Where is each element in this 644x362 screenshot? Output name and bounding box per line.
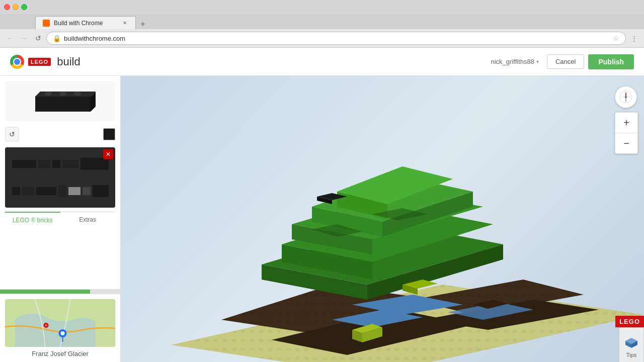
- username: nick_griffiths88: [491, 58, 534, 65]
- tab-favicon: [43, 20, 50, 27]
- location-label: Franz Josef Glacier: [5, 350, 115, 357]
- lego-scene-svg: [121, 76, 644, 362]
- svg-point-13: [61, 331, 65, 335]
- palette-brick-9[interactable]: [58, 185, 66, 197]
- compass-icon: [619, 90, 633, 104]
- svg-point-4: [45, 92, 52, 96]
- color-swatch[interactable]: [103, 128, 115, 140]
- selected-brick-preview: [5, 81, 115, 121]
- main-area: ↺ ✕: [0, 76, 644, 362]
- header-logo: LEGO build: [10, 55, 80, 69]
- palette-brick-5[interactable]: [80, 158, 109, 170]
- publish-button[interactable]: Publish: [588, 54, 634, 69]
- bookmark-icon[interactable]: ☆: [613, 34, 619, 42]
- tab-title: Build with Chrome: [54, 20, 103, 27]
- palette-brick-7[interactable]: [22, 187, 34, 195]
- cancel-button[interactable]: Cancel: [547, 54, 584, 69]
- browser-tab[interactable]: Build with Chrome ✕: [35, 16, 136, 29]
- browser-actions: ⋮: [628, 32, 640, 44]
- view-controls: + −: [615, 86, 638, 154]
- traffic-lights: [4, 4, 27, 10]
- back-button[interactable]: ←: [4, 32, 16, 44]
- palette-brick-6[interactable]: [12, 187, 20, 195]
- svg-point-8: [74, 92, 81, 96]
- user-dropdown-icon: ▾: [536, 59, 539, 64]
- brick-controls-row: ↺: [5, 125, 115, 143]
- left-panel: ↺ ✕: [0, 76, 121, 362]
- brick-svg: [30, 89, 96, 117]
- palette-brick-11[interactable]: [93, 185, 109, 197]
- title-bar: [0, 0, 644, 14]
- maximize-window-button[interactable]: [21, 4, 27, 10]
- zoom-out-button[interactable]: −: [615, 133, 637, 153]
- zoom-in-button[interactable]: +: [615, 113, 637, 133]
- browser-chrome: Build with Chrome ✕ + ← → ↺ 🔒 buildwithc…: [0, 0, 644, 48]
- app-header: LEGO build nick_griffiths88 ▾ Cancel Pub…: [0, 48, 644, 76]
- tab-close-button[interactable]: ✕: [121, 20, 128, 27]
- svg-point-64: [625, 96, 627, 98]
- map-image: [5, 299, 115, 347]
- lego-logo: LEGO: [28, 58, 51, 66]
- bottom-right-panel: LEGO Tips: [615, 316, 644, 362]
- browser-settings-button[interactable]: ⋮: [628, 32, 640, 44]
- map-svg: [5, 299, 115, 347]
- app-title: build: [57, 55, 80, 68]
- palette-brick-3[interactable]: [52, 160, 60, 168]
- close-window-button[interactable]: [4, 4, 10, 10]
- map-thumbnail[interactable]: Franz Josef Glacier: [0, 294, 120, 362]
- palette-brick-8[interactable]: [36, 187, 56, 195]
- palette-delete-button[interactable]: ✕: [103, 149, 113, 159]
- tab-lego-bricks[interactable]: LEGO ® bricks: [5, 212, 60, 228]
- progress-fill: [0, 290, 90, 294]
- lego-brand-badge[interactable]: LEGO: [615, 316, 644, 327]
- tab-extras[interactable]: Extras: [60, 212, 116, 228]
- tips-3d-icon: [622, 332, 640, 350]
- palette-brick-gray[interactable]: [68, 187, 80, 195]
- build-canvas[interactable]: + − LEGO Tips: [121, 76, 644, 362]
- tips-button[interactable]: Tips: [619, 327, 644, 362]
- address-bar-row: ← → ↺ 🔒 buildwithchrome.com ☆ ⋮: [0, 29, 644, 47]
- svg-point-11: [45, 324, 48, 327]
- url-text: buildwithchrome.com: [64, 35, 610, 42]
- app-container: LEGO build nick_griffiths88 ▾ Cancel Pub…: [0, 48, 644, 362]
- reload-button[interactable]: ↺: [32, 32, 44, 44]
- palette-brick-4[interactable]: [62, 160, 78, 168]
- user-menu[interactable]: nick_griffiths88 ▾: [491, 58, 538, 65]
- rotate-button[interactable]: ↺: [5, 127, 19, 141]
- svg-marker-1: [35, 97, 91, 112]
- brick-selector: ↺ ✕: [0, 76, 120, 290]
- svg-point-6: [59, 92, 66, 96]
- brick-count-progress: [0, 290, 120, 294]
- minimize-window-button[interactable]: [13, 4, 19, 10]
- zoom-controls: + −: [615, 112, 638, 154]
- address-bar[interactable]: 🔒 buildwithchrome.com ☆: [46, 32, 626, 45]
- compass-button[interactable]: [615, 86, 637, 108]
- palette-tabs: LEGO ® bricks Extras: [5, 212, 115, 228]
- brick-palette: ✕: [5, 147, 115, 208]
- tips-label: Tips: [626, 352, 636, 358]
- palette-brick-1[interactable]: [12, 160, 36, 168]
- selected-brick-3d: [30, 89, 91, 113]
- forward-button[interactable]: →: [18, 32, 30, 44]
- chrome-logo-icon: [10, 55, 24, 69]
- palette-brick-2[interactable]: [38, 160, 50, 168]
- palette-brick-10[interactable]: [83, 187, 91, 195]
- new-tab-button[interactable]: +: [138, 19, 148, 29]
- tab-bar: Build with Chrome ✕ +: [0, 14, 644, 29]
